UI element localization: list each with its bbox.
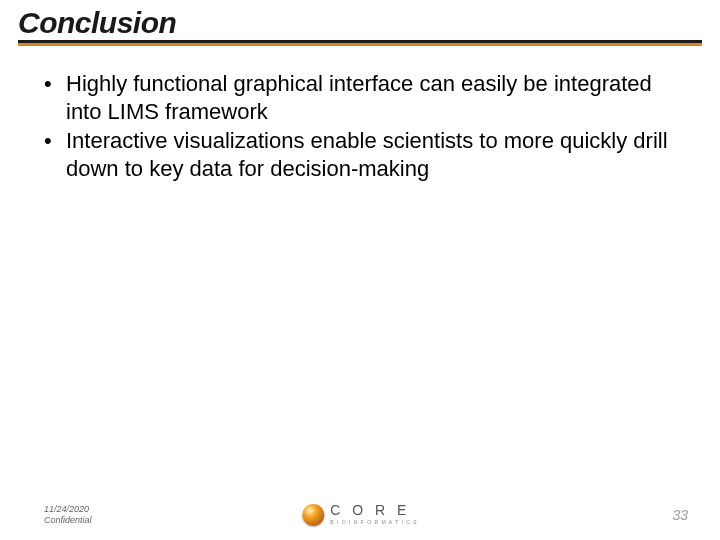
logo-text-wrap: C O R E B I O I N F O R M A T I C S xyxy=(330,505,417,525)
content-area: Highly functional graphical interface ca… xyxy=(0,46,720,182)
footer-confidential: Confidential xyxy=(44,515,92,526)
slide-title: Conclusion xyxy=(18,6,702,43)
bullet-list: Highly functional graphical interface ca… xyxy=(44,70,688,182)
list-item: Highly functional graphical interface ca… xyxy=(44,70,688,125)
page-number: 33 xyxy=(672,507,688,523)
logo-orb-icon xyxy=(302,504,324,526)
footer-date: 11/24/2020 xyxy=(44,504,92,515)
logo-subtext: B I O I N F O R M A T I C S xyxy=(330,519,417,525)
logo-word: C O R E xyxy=(330,502,417,518)
slide: Conclusion Highly functional graphical i… xyxy=(0,0,720,540)
title-block: Conclusion xyxy=(0,0,720,43)
list-item: Interactive visualizations enable scient… xyxy=(44,127,688,182)
footer: 11/24/2020 Confidential C O R E B I O I … xyxy=(0,504,720,526)
footer-left: 11/24/2020 Confidential xyxy=(44,504,92,526)
footer-logo: C O R E B I O I N F O R M A T I C S xyxy=(302,504,417,526)
